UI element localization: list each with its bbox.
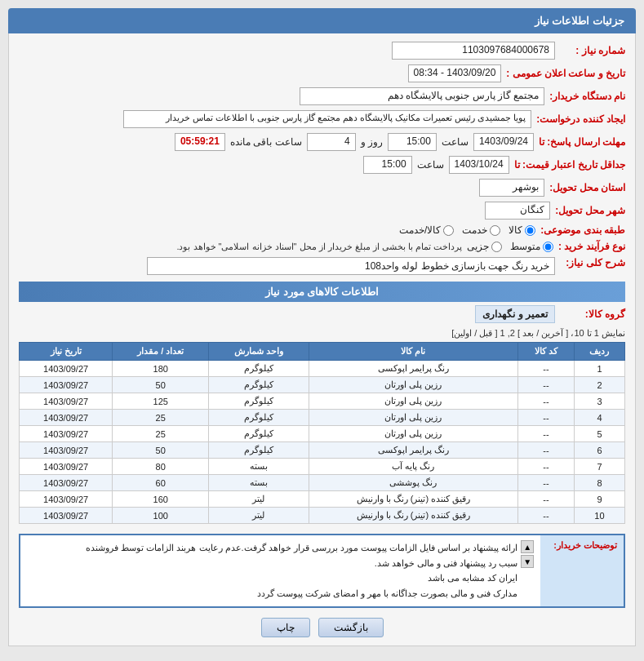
radio-kala-khedmat[interactable]: کالا/خدمت (399, 224, 454, 236)
kala-table: ردیف کد کالا نام کالا واحد شمارش تعداد /… (19, 342, 625, 524)
table-cell-radif: 6 (574, 442, 624, 459)
notes-line: سبب رد پیشنهاد فنی و مالی خواهد شد. (86, 556, 517, 571)
btn-bazgasht[interactable]: بازگشت (318, 618, 384, 637)
bottom-buttons: بازگشت چاپ (19, 618, 625, 637)
table-cell-tedad: 125 (113, 393, 209, 410)
etelaat-kala-title: اطلاعات کالاهای مورد نیاز (19, 282, 625, 302)
table-row: 10--رقیق کننده (تینر) رنگ با وارنیشلیتر1… (20, 508, 625, 524)
table-cell-tedad: 180 (113, 361, 209, 377)
table-cell-tedad: 25 (113, 410, 209, 426)
radio-motavasset-label: متوسط (510, 241, 540, 252)
table-cell-kod: -- (517, 491, 574, 508)
table-cell-tarikh: 1403/09/27 (20, 410, 113, 426)
table-cell-kod: -- (517, 426, 574, 442)
row-tarikh: تاریخ و ساعت اعلان عمومی : 1403/09/20 - … (19, 64, 625, 82)
ostan-label: استان محل تحویل: (549, 182, 625, 193)
radio-khedmat-input[interactable] (490, 225, 500, 236)
nooe-farayand-label: نوع فرآیند خرید : (558, 241, 625, 252)
table-cell-vahed: لیتر (209, 491, 309, 508)
tarikh-label: تاریخ و ساعت اعلان عمومی : (506, 68, 625, 79)
mohlat-saat-mande: 05:59:21 (175, 133, 225, 151)
table-cell-radif: 10 (574, 508, 624, 524)
notes-label-cell: توضیحات خریدار: (540, 535, 624, 607)
table-cell-vahed: کیلوگرم (209, 361, 309, 377)
jadval-saat: 15:00 (363, 156, 412, 174)
radio-kala-khedmat-input[interactable] (443, 225, 454, 236)
row-gorohe-kala: گروه کالا: تعمیر و نگهداری (19, 305, 625, 323)
table-cell-tarikh: 1403/09/27 (20, 442, 113, 459)
ostan-value: بوشهر (479, 179, 544, 197)
row-sharh-koli: شرح کلی نیاز: خرید رنگ جهت بازسازی خطوط … (19, 257, 625, 275)
btn-chap[interactable]: چاپ (261, 618, 310, 637)
tabaqa-radio-group: کالا/خدمت خدمت کالا (399, 224, 535, 236)
row-mohlat: مهلت ارسال پاسخ: تا 1403/09/24 ساعت 15:0… (19, 133, 625, 151)
jadval-label: جداقل تاریخ اعتبار قیمت: تا (514, 159, 625, 171)
table-cell-radif: 5 (574, 426, 624, 442)
table-row: 1--رنگ پرایمر اپوکسیکیلوگرم1801403/09/27 (20, 361, 625, 377)
radio-motavasset[interactable]: متوسط (510, 241, 553, 252)
paging-row: نمایش 1 تا 10، [ آخرین / بعد ] 2, 1 [ قب… (19, 328, 625, 339)
table-cell-tarikh: 1403/09/27 (20, 393, 113, 410)
shahr-value: کنگان (485, 202, 550, 220)
tarikh-value: 1403/09/20 - 08:34 (408, 64, 502, 82)
table-cell-tedad: 60 (113, 475, 209, 491)
row-ostan: استان محل تحویل: بوشهر (19, 179, 625, 197)
mohlat-date: 1403/09/24 (473, 133, 534, 151)
table-row: 4--رزین پلی اورتانکیلوگرم251403/09/27 (20, 410, 625, 426)
table-cell-radif: 4 (574, 410, 624, 426)
table-cell-radif: 8 (574, 475, 624, 491)
notes-line: مدارک فنی و مالی بصورت جداگانه با مهر و … (86, 586, 517, 601)
radio-kala[interactable]: کالا (509, 224, 535, 236)
notes-line: ایران کد مشابه می باشد (86, 570, 517, 586)
table-cell-tedad: 25 (113, 426, 209, 442)
table-cell-kod: -- (517, 475, 574, 491)
table-row: 2--رزین پلی اورتانکیلوگرم501403/09/27 (20, 377, 625, 393)
row-nam-dastgah: نام دستگاه خریدار: مجتمع گاز پارس جنوبی … (19, 87, 625, 105)
col-radif: ردیف (574, 343, 624, 361)
table-cell-kod: -- (517, 377, 574, 393)
saat-mande-label: ساعت باقی مانده (230, 136, 302, 148)
table-cell-radif: 1 (574, 361, 624, 377)
table-cell-radif: 3 (574, 393, 624, 410)
nam-dastgah-label: نام دستگاه خریدار: (549, 91, 625, 102)
notes-content-cell: ▲ ▼ ارائه پیشنهاد بر اساس فایل الزامات پ… (20, 535, 540, 607)
ijad-konande-label: ایجاد کننده درخواست: (536, 113, 625, 125)
radio-khedmat-label: خدمت (462, 224, 487, 236)
mohlat-roz: 4 (307, 133, 356, 151)
paging-text: نمایش 1 تا 10، [ آخرین / بعد ] 2, 1 [ قب… (451, 328, 625, 338)
radio-kala-input[interactable] (525, 225, 535, 236)
page-title: جزئیات اطلاعات نیاز (535, 15, 624, 27)
radio-jozii[interactable]: جزیی (467, 241, 502, 252)
table-row: 7--رنگ پایه آببسته801403/09/27 (20, 459, 625, 475)
table-cell-vahed: بسته (209, 459, 309, 475)
jadval-saat-label: ساعت (417, 159, 444, 171)
table-row: 9--رقیق کننده (تینر) رنگ با وارنیشلیتر16… (20, 491, 625, 508)
row-ijad-konande: ایجاد کننده درخواست: پویا جمشیدی رئیس تع… (19, 110, 625, 128)
sharh-koli-label: شرح کلی نیاز: (560, 257, 625, 268)
table-cell-vahed: بسته (209, 475, 309, 491)
radio-motavasset-input[interactable] (543, 242, 553, 252)
table-cell-name: رنگ پوششی (309, 475, 517, 491)
scroll-up-btn[interactable]: ▲ (521, 540, 534, 553)
nooe-text: پرداخت تمام با بخشی از مبلغ خریدار از مح… (176, 242, 462, 252)
table-cell-tedad: 160 (113, 491, 209, 508)
radio-jozii-label: جزیی (467, 241, 489, 252)
table-cell-name: رزین پلی اورتان (309, 393, 517, 410)
table-cell-name: رزین پلی اورتان (309, 410, 517, 426)
row-nooe-farayand: نوع فرآیند خرید : جزیی متوسط پرداخت تمام… (19, 241, 625, 252)
radio-jozii-input[interactable] (491, 242, 502, 252)
table-cell-tarikh: 1403/09/27 (20, 459, 113, 475)
table-row: 6--رنگ پرایمر اپوکسیکیلوگرم501403/09/27 (20, 442, 625, 459)
col-kod: کد کالا (517, 343, 574, 361)
shomara-niaz-value: 1103097684000678 (392, 42, 555, 60)
table-cell-kod: -- (517, 459, 574, 475)
table-cell-tarikh: 1403/09/27 (20, 377, 113, 393)
table-cell-name: رنگ پرایمر اپوکسی (309, 361, 517, 377)
table-cell-vahed: کیلوگرم (209, 377, 309, 393)
radio-khedmat[interactable]: خدمت (462, 224, 500, 236)
scroll-down-btn[interactable]: ▼ (521, 555, 534, 568)
table-cell-kod: -- (517, 393, 574, 410)
table-cell-name: رزین پلی اورتان (309, 426, 517, 442)
notes-line: ارائه پیشنهاد بر اساس فایل الزامات پیوست… (86, 540, 517, 556)
table-cell-name: رقیق کننده (تینر) رنگ با وارنیش (309, 508, 517, 524)
